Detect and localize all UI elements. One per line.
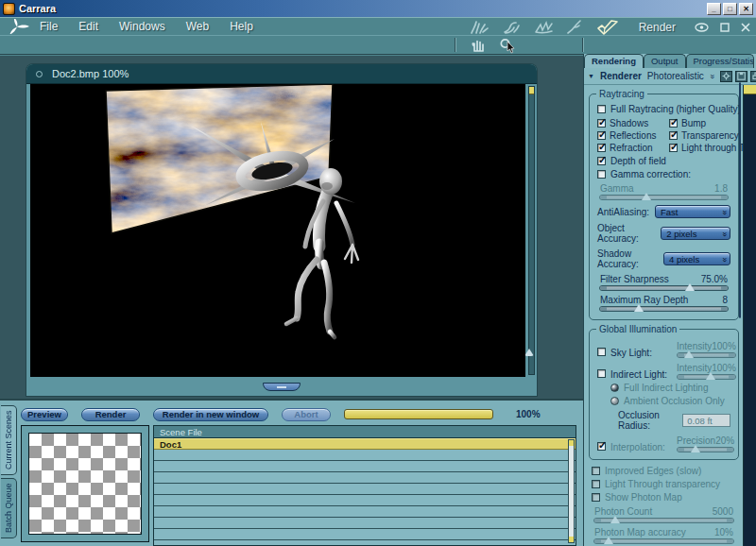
scene-row-doc1[interactable]: Doc1 (154, 438, 576, 450)
max-ray-depth-thumb[interactable] (634, 304, 644, 312)
close-panel-icon[interactable] (741, 23, 750, 32)
light-through-transparency-checkbox[interactable] (592, 480, 600, 488)
save-icon[interactable] (735, 71, 747, 82)
hand-tool-icon-2[interactable] (501, 20, 522, 34)
hand-tool-icon-1[interactable] (469, 20, 490, 34)
scene-scroll-bottom-cap[interactable] (569, 537, 574, 542)
close-button[interactable]: ✕ (739, 3, 753, 15)
collapse-panel-icon[interactable] (720, 23, 730, 32)
menu-edit[interactable]: Edit (78, 20, 98, 33)
maximize-button[interactable]: □ (723, 3, 737, 15)
shadows-checkbox[interactable] (597, 119, 606, 128)
bump-checkbox[interactable] (669, 119, 678, 128)
collapse-triangle-icon[interactable]: ▼ (588, 73, 594, 79)
full-raytracing-checkbox[interactable] (597, 105, 606, 113)
antialiasing-value: Fast (661, 207, 678, 217)
panel-scroll-thumb[interactable] (739, 82, 741, 318)
filter-sharpness-slider[interactable] (599, 285, 729, 291)
light-through-trans-checkbox[interactable] (669, 144, 678, 152)
menu-windows[interactable]: Windows (119, 20, 165, 33)
scene-row-empty[interactable] (154, 518, 576, 529)
photon-count-value: 5000 (713, 506, 733, 517)
scene-row-empty[interactable] (154, 529, 576, 540)
reflections-label: Reflections (610, 130, 656, 141)
scene-row-empty[interactable] (154, 484, 576, 495)
gamma-correction-checkbox[interactable] (597, 170, 606, 179)
max-ray-depth-slider[interactable] (599, 306, 729, 312)
eye-icon[interactable] (695, 23, 709, 32)
scene-row-empty[interactable] (154, 506, 576, 518)
antialiasing-dropdown[interactable]: Fast» (655, 205, 730, 218)
preview-button[interactable]: Preview (21, 408, 68, 421)
ambient-occlusion-radio[interactable] (610, 397, 619, 405)
pan-hand-icon[interactable] (471, 38, 486, 53)
scene-row-empty[interactable] (154, 450, 576, 461)
document-close-icon[interactable] (36, 71, 43, 77)
menu-web[interactable]: Web (186, 20, 209, 33)
filter-sharpness-thumb[interactable] (685, 283, 695, 291)
object-accuracy-dropdown[interactable]: 2 pixels» (661, 227, 730, 240)
panel-scroll-top-cap[interactable] (744, 85, 756, 94)
occlusion-radius-field[interactable]: 0.08 ft (682, 414, 730, 427)
renderer-value[interactable]: Photorealistic (647, 71, 704, 81)
photon-accuracy-thumb[interactable] (604, 537, 613, 544)
menu-file[interactable]: File (40, 20, 58, 33)
shadow-accuracy-dropdown[interactable]: 4 pixels» (663, 252, 730, 265)
viewport-vscrollbar[interactable] (528, 86, 535, 375)
reflections-checkbox[interactable] (597, 131, 606, 140)
menu-help[interactable]: Help (230, 20, 253, 33)
tab-output[interactable]: Output (644, 54, 686, 68)
precision-slider[interactable] (677, 447, 734, 452)
pen-hand-icon[interactable] (565, 20, 584, 34)
render-preview-thumbnail[interactable] (21, 425, 149, 542)
precision-thumb[interactable] (691, 445, 700, 452)
interpolation-checkbox[interactable] (597, 442, 606, 451)
scene-list-scrollbar[interactable] (568, 439, 575, 543)
tab-current-scenes-label: Current Scenes (4, 411, 13, 470)
renderer-popup-icon[interactable]: » (707, 74, 716, 78)
toolbar-separator-2 (582, 38, 583, 52)
photon-count-slider[interactable] (593, 518, 734, 523)
tab-current-scenes[interactable]: Current Scenes (1, 405, 17, 475)
vscroll-thumb[interactable] (524, 84, 534, 356)
gamma-slider-thumb[interactable] (642, 193, 651, 200)
indirect-intensity-thumb[interactable] (706, 372, 715, 380)
gamma-slider[interactable] (599, 195, 729, 200)
tab-rendering[interactable]: Rendering (584, 54, 644, 68)
render-button[interactable]: Render (81, 408, 140, 421)
minimize-button[interactable]: _ (707, 3, 721, 15)
viewport-collapse-handle[interactable] (263, 383, 301, 391)
full-indirect-radio[interactable] (610, 384, 619, 392)
tab-progress-statistics[interactable]: Progress/Statist. (686, 54, 754, 68)
indirect-light-checkbox[interactable] (597, 369, 606, 378)
refraction-checkbox[interactable] (597, 144, 606, 152)
render-room-icon[interactable] (595, 19, 620, 36)
photon-accuracy-slider[interactable] (593, 538, 734, 544)
panel-scrollbar[interactable] (743, 85, 756, 546)
render-new-window-button[interactable]: Render in new window (153, 408, 268, 421)
tab-batch-queue[interactable]: Batch Queue (1, 478, 17, 538)
photon-count-thumb[interactable] (610, 516, 620, 523)
preset-icon[interactable] (720, 71, 732, 82)
depth-of-field-label: Depth of field (610, 156, 666, 166)
transparency-checkbox[interactable] (669, 131, 678, 140)
abort-button[interactable]: Abort (282, 408, 331, 421)
render-canvas[interactable] (30, 84, 525, 377)
sky-intensity-slider[interactable] (677, 352, 736, 358)
max-ray-depth-label: Maximum Ray Depth (600, 295, 688, 305)
improved-edges-checkbox[interactable] (592, 467, 600, 475)
depth-of-field-checkbox[interactable] (597, 157, 606, 165)
scene-row-empty[interactable] (154, 472, 576, 484)
sky-intensity-thumb[interactable] (684, 350, 694, 358)
scene-row-empty[interactable] (154, 461, 576, 472)
load-icon[interactable] (750, 71, 756, 82)
dropdown-arrows-icon: » (719, 231, 729, 236)
scene-scroll-top-cap[interactable] (569, 440, 574, 446)
sky-light-checkbox[interactable] (597, 348, 606, 356)
photon-count-label: Photon Count (594, 506, 652, 517)
hand-tool-icon-3[interactable] (533, 20, 554, 34)
scene-row-empty[interactable] (154, 495, 576, 506)
show-photon-map-checkbox[interactable] (592, 493, 600, 502)
indirect-intensity-slider[interactable] (677, 374, 736, 380)
document-titlebar[interactable]: Doc2.bmp 100% (26, 64, 537, 84)
